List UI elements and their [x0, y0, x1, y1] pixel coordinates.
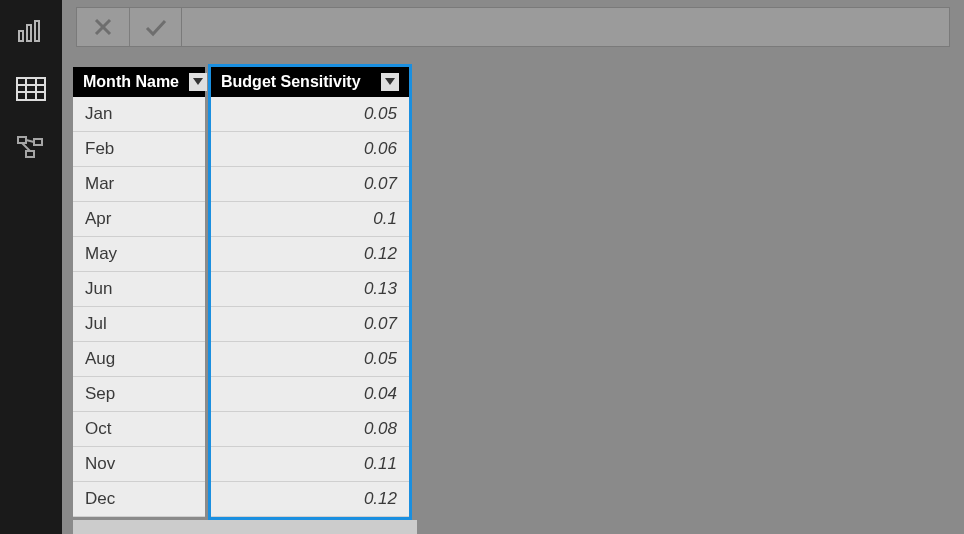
column-month-name: Month Name Jan Feb Mar Apr May Jun Jul A… [70, 64, 208, 520]
table-cell[interactable]: Sep [73, 377, 205, 412]
filter-dropdown-icon[interactable] [381, 73, 399, 91]
table-cell[interactable]: 0.04 [211, 377, 409, 412]
column-header-budget-sensitivity[interactable]: Budget Sensitivity [211, 67, 409, 97]
svg-rect-3 [17, 78, 45, 100]
filter-dropdown-icon[interactable] [189, 73, 207, 91]
table-cell[interactable]: Feb [73, 132, 205, 167]
svg-marker-16 [385, 78, 395, 85]
formula-bar [62, 0, 964, 54]
formula-bar-buttons [76, 7, 182, 47]
table-cell[interactable]: 0.11 [211, 447, 409, 482]
table-cell[interactable]: Nov [73, 447, 205, 482]
data-view-icon[interactable] [14, 72, 48, 106]
table-cell[interactable]: Jul [73, 307, 205, 342]
confirm-button[interactable] [129, 8, 181, 46]
svg-rect-10 [26, 151, 34, 157]
table-cell[interactable]: 0.07 [211, 307, 409, 342]
model-view-icon[interactable] [14, 130, 48, 164]
table-cell[interactable]: Jun [73, 272, 205, 307]
svg-rect-0 [19, 31, 23, 41]
svg-marker-15 [193, 78, 203, 85]
svg-rect-8 [18, 137, 26, 143]
table-cell[interactable]: 0.06 [211, 132, 409, 167]
svg-rect-1 [27, 25, 31, 41]
table-footer-strip [73, 520, 417, 534]
view-sidebar [0, 0, 62, 534]
table-cell[interactable]: 0.12 [211, 237, 409, 272]
main-area: Month Name Jan Feb Mar Apr May Jun Jul A… [62, 0, 964, 534]
svg-line-11 [26, 140, 34, 142]
table-cell[interactable]: 0.12 [211, 482, 409, 517]
table-cell[interactable]: Oct [73, 412, 205, 447]
svg-rect-9 [34, 139, 42, 145]
table-cell[interactable]: 0.07 [211, 167, 409, 202]
table-cell[interactable]: 0.13 [211, 272, 409, 307]
column-header-label: Month Name [83, 73, 179, 91]
cancel-button[interactable] [77, 8, 129, 46]
data-table: Month Name Jan Feb Mar Apr May Jun Jul A… [70, 64, 412, 520]
report-view-icon[interactable] [14, 14, 48, 48]
table-cell[interactable]: Jan [73, 97, 205, 132]
table-cell[interactable]: May [73, 237, 205, 272]
table-cell[interactable]: 0.05 [211, 97, 409, 132]
table-cell[interactable]: Mar [73, 167, 205, 202]
svg-line-12 [22, 143, 30, 151]
column-header-label: Budget Sensitivity [221, 73, 361, 91]
table-cell[interactable]: 0.08 [211, 412, 409, 447]
svg-rect-2 [35, 21, 39, 41]
formula-input[interactable] [182, 7, 950, 47]
data-grid-area: Month Name Jan Feb Mar Apr May Jun Jul A… [62, 54, 964, 534]
table-cell[interactable]: Dec [73, 482, 205, 517]
table-cell[interactable]: 0.05 [211, 342, 409, 377]
column-header-month-name[interactable]: Month Name [73, 67, 205, 97]
table-cell[interactable]: Aug [73, 342, 205, 377]
table-cell[interactable]: 0.1 [211, 202, 409, 237]
column-budget-sensitivity: Budget Sensitivity 0.05 0.06 0.07 0.1 0.… [208, 64, 412, 520]
table-cell[interactable]: Apr [73, 202, 205, 237]
